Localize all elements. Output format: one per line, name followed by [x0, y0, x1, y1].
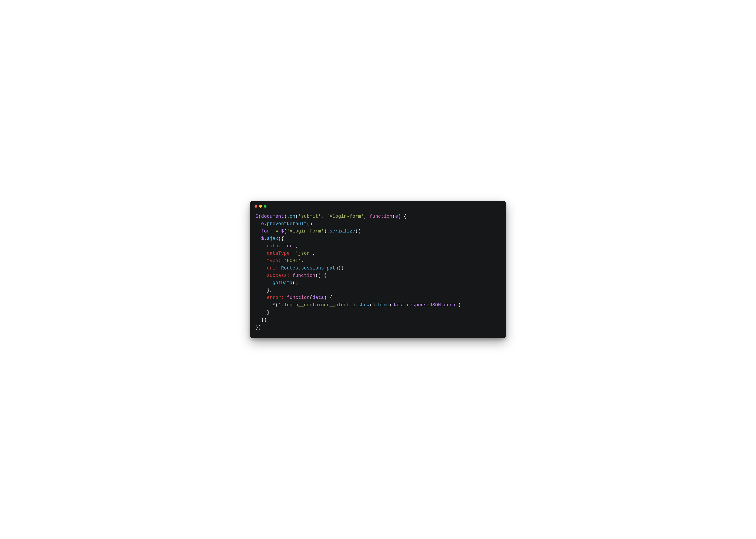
code-token: .	[298, 266, 301, 271]
code-token: data	[392, 302, 404, 308]
code-line: form = $('#login-form').serialize()	[255, 229, 361, 234]
code-token: e	[261, 221, 264, 226]
code-line: success: function() {	[255, 273, 327, 278]
code-token: data:	[267, 243, 281, 249]
code-line: type: 'POST',	[255, 258, 304, 264]
code-token: })	[261, 317, 267, 322]
code-token: on	[290, 214, 295, 219]
code-token: data	[312, 295, 324, 300]
code-token	[255, 310, 267, 315]
window-titlebar	[250, 201, 506, 208]
code-token: .	[327, 229, 330, 234]
page-frame: $(document).on('submit', '#login-form', …	[237, 169, 519, 370]
code-token: ,	[321, 214, 327, 219]
code-token: .	[264, 236, 267, 241]
code-token	[290, 273, 293, 278]
code-token: serialize	[330, 229, 355, 234]
code-token: },	[267, 287, 272, 293]
code-token: html	[378, 302, 389, 308]
code-token: '#login-form'	[287, 229, 324, 234]
code-token: getData	[273, 280, 293, 285]
code-token: '.login__container__alert'	[278, 302, 353, 308]
code-token: (	[389, 302, 392, 308]
code-token: (	[258, 214, 261, 219]
code-token: ({	[278, 236, 284, 241]
code-token: error	[444, 302, 458, 308]
code-token	[278, 266, 281, 271]
code-line: $('.login__container__alert').show().htm…	[255, 302, 461, 308]
code-token: sessions_path	[301, 266, 338, 271]
code-token: $	[273, 302, 276, 308]
code-token: ()	[355, 229, 361, 234]
code-token: Routes	[281, 266, 298, 271]
code-token: ,	[312, 251, 315, 256]
code-token: preventDefault	[267, 221, 306, 226]
code-token	[255, 302, 273, 308]
code-token: (	[310, 295, 312, 300]
code-token: dataType:	[267, 251, 293, 256]
code-token: ) {	[324, 295, 332, 300]
code-line: })	[255, 317, 267, 322]
code-token: $	[255, 214, 258, 219]
code-token: )	[324, 229, 327, 234]
code-token	[255, 273, 267, 278]
minimize-icon[interactable]	[259, 205, 262, 208]
code-token: (	[295, 214, 298, 219]
code-line: dataType: 'json',	[255, 251, 315, 256]
code-token: show	[358, 302, 370, 308]
code-token: error:	[267, 295, 284, 300]
maximize-icon[interactable]	[264, 205, 267, 208]
code-token: '#login-form'	[327, 214, 364, 219]
code-token: ()	[293, 280, 298, 285]
code-token	[278, 229, 281, 234]
code-token	[255, 221, 261, 226]
code-token: (	[392, 214, 395, 219]
code-token: ()	[370, 302, 375, 308]
code-token: )	[353, 302, 355, 308]
code-line: data: form,	[255, 243, 298, 249]
code-line: $.ajax({	[255, 236, 284, 241]
code-token	[273, 229, 276, 234]
code-token: (	[276, 302, 278, 308]
code-token: .	[404, 302, 406, 308]
code-token: .	[264, 221, 267, 226]
code-line: })	[255, 325, 261, 330]
code-token: 'POST'	[284, 258, 301, 264]
code-token: ,	[295, 243, 298, 249]
code-token: e	[395, 214, 398, 219]
code-line: error: function(data) {	[255, 295, 332, 300]
code-token: ajax	[267, 236, 278, 241]
code-token: $	[281, 229, 284, 234]
code-token: ,	[301, 258, 304, 264]
code-line: },	[255, 287, 273, 293]
code-token: 'json'	[295, 251, 312, 256]
code-token: form	[284, 243, 295, 249]
code-token: function	[370, 214, 392, 219]
code-token: ,	[364, 214, 370, 219]
code-token: )	[284, 214, 287, 219]
code-token: type:	[267, 258, 281, 264]
code-line: }	[255, 310, 270, 315]
code-token	[281, 258, 284, 264]
code-block: $(document).on('submit', '#login-form', …	[250, 208, 506, 338]
code-line: e.preventDefault()	[255, 221, 312, 226]
code-token: (	[284, 229, 287, 234]
code-token	[255, 236, 261, 241]
code-token: url:	[267, 266, 278, 271]
code-line: url: Routes.sessions_path(),	[255, 266, 347, 271]
code-token: .	[441, 302, 444, 308]
code-token: (),	[338, 266, 347, 271]
code-token: })	[255, 325, 261, 330]
code-token: success:	[267, 273, 290, 278]
close-icon[interactable]	[255, 205, 257, 208]
code-token: =	[276, 229, 278, 234]
code-token: ()	[307, 221, 312, 226]
code-token	[255, 287, 267, 293]
code-token: }	[267, 310, 270, 315]
code-token: function	[293, 273, 315, 278]
code-token	[255, 295, 267, 300]
code-token	[284, 295, 287, 300]
code-line: $(document).on('submit', '#login-form', …	[255, 214, 407, 219]
code-token: .	[287, 214, 290, 219]
code-token	[255, 266, 267, 271]
